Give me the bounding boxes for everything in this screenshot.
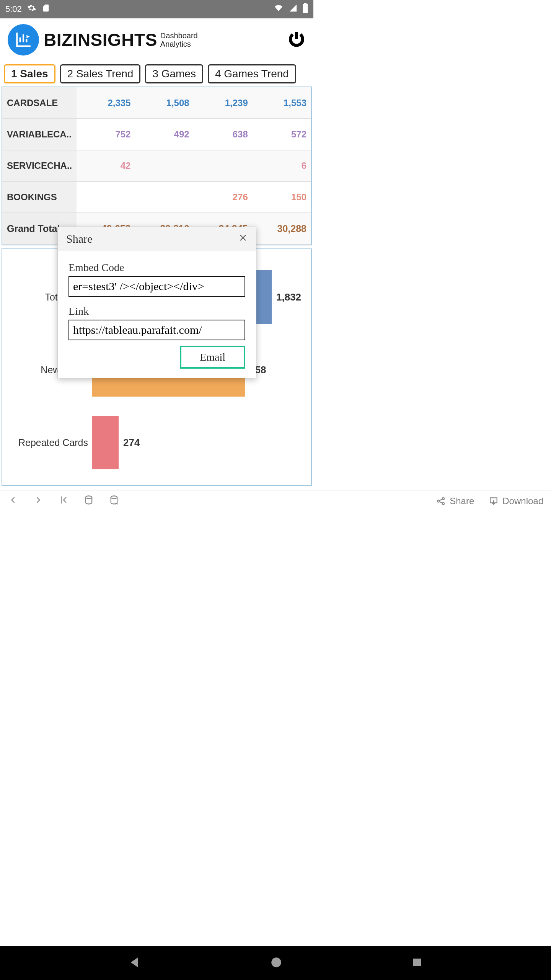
cell: 1,553 [253, 87, 311, 119]
back-arrow-icon[interactable] [8, 495, 18, 508]
table-row: CARDSALE 2,335 1,508 1,239 1,553 [2, 87, 311, 119]
cell: 2,335 [77, 87, 135, 119]
table-row: SERVICECHA.. 42 6 [2, 150, 311, 181]
bar-value: 1,832 [276, 291, 301, 303]
app-header: BIZINSIGHTS Dashboard Analytics [0, 18, 313, 61]
email-button[interactable]: Email [180, 346, 245, 369]
cell [194, 150, 253, 181]
brand-logo-icon [8, 24, 39, 56]
cell: 1,508 [135, 87, 194, 119]
battery-icon [303, 3, 308, 15]
power-button[interactable] [287, 30, 306, 50]
brand-sub2: Analytics [160, 40, 198, 48]
sales-table-panel: CARDSALE 2,335 1,508 1,239 1,553 VARIABL… [2, 87, 312, 245]
sales-table: CARDSALE 2,335 1,508 1,239 1,553 VARIABL… [2, 87, 311, 245]
share-dialog: Share Embed Code Link Email [57, 227, 256, 378]
cell [135, 150, 194, 181]
embed-code-input[interactable] [68, 276, 245, 297]
bar [92, 416, 119, 469]
tab-sales[interactable]: 1 Sales [4, 64, 55, 83]
cell-signal-icon [289, 4, 297, 15]
tab-games-trend[interactable]: 4 Games Trend [208, 64, 296, 83]
row-header: CARDSALE [2, 87, 77, 119]
svg-point-1 [111, 496, 117, 498]
cell: 492 [135, 119, 194, 150]
bar-value: 274 [123, 437, 140, 449]
forward-arrow-icon[interactable] [33, 495, 44, 508]
tab-bar: 1 Sales 2 Sales Trend 3 Games 4 Games Tr… [0, 61, 313, 85]
android-status-bar: 5:02 [0, 0, 313, 18]
row-header: BOOKINGS [2, 181, 77, 213]
table-row: VARIABLECA.. 752 492 638 572 [2, 119, 311, 150]
gear-icon [27, 3, 36, 15]
brand-name: BIZINSIGHTS [44, 29, 157, 50]
cell [135, 181, 194, 213]
bar-label: Repeated Cards [2, 437, 92, 448]
status-time: 5:02 [5, 4, 22, 14]
first-page-icon[interactable] [58, 495, 69, 508]
svg-point-0 [86, 496, 92, 498]
table-row: BOOKINGS 276 150 [2, 181, 311, 213]
link-label: Link [68, 305, 245, 317]
cell: 638 [194, 119, 253, 150]
cell: 42 [77, 150, 135, 181]
sd-card-icon [42, 3, 50, 15]
tab-sales-trend[interactable]: 2 Sales Trend [60, 64, 141, 83]
close-icon[interactable] [238, 233, 248, 245]
cell [77, 181, 135, 213]
brand-sub1: Dashboard [160, 31, 198, 40]
refresh-db-icon[interactable] [83, 495, 94, 508]
bottom-toolbar: Share Download [0, 490, 313, 511]
cell: 30,288 [253, 213, 311, 244]
row-header: SERVICECHA.. [2, 150, 77, 181]
cell: 752 [77, 119, 135, 150]
row-header: VARIABLECA.. [2, 119, 77, 150]
dialog-title: Share [66, 232, 92, 245]
cell: 150 [253, 181, 311, 213]
link-input[interactable] [68, 320, 245, 340]
pause-db-icon[interactable] [109, 495, 119, 508]
cell: 6 [253, 150, 311, 181]
cell: 572 [253, 119, 311, 150]
embed-code-label: Embed Code [68, 261, 245, 274]
tab-games[interactable]: 3 Games [145, 64, 203, 83]
cell: 1,239 [194, 87, 253, 119]
wifi-icon [274, 4, 284, 15]
cell: 276 [194, 181, 253, 213]
